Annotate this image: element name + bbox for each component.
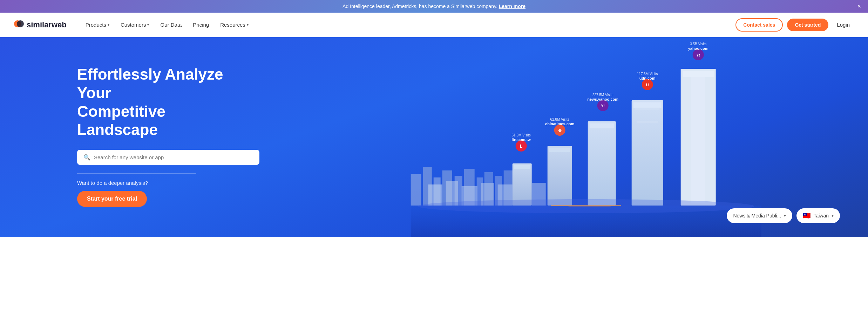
svg-rect-20	[512, 163, 531, 206]
svg-rect-24	[588, 121, 616, 206]
svg-text:L: L	[520, 144, 522, 149]
svg-rect-15	[461, 186, 477, 206]
svg-rect-18	[516, 180, 528, 206]
divider	[77, 173, 196, 174]
svg-rect-27	[633, 102, 661, 108]
svg-text:Y!: Y!	[696, 53, 700, 57]
svg-text:chinatimes.com: chinatimes.com	[545, 122, 574, 126]
login-button[interactable]: Login	[833, 19, 854, 31]
banner-close-button[interactable]: ×	[857, 3, 861, 9]
free-trial-button[interactable]: Start your free trial	[77, 191, 147, 207]
svg-rect-29	[637, 121, 658, 123]
svg-text:⊕: ⊕	[558, 128, 561, 133]
svg-rect-8	[464, 169, 474, 206]
svg-rect-26	[631, 100, 663, 206]
svg-rect-17	[497, 184, 512, 206]
svg-text:3.5B Visits: 3.5B Visits	[690, 42, 706, 46]
chevron-down-icon: ▾	[784, 213, 786, 218]
nav-item-pricing[interactable]: Pricing	[188, 19, 214, 31]
main-nav: similarweb Products ▾ Customers ▾ Our Da…	[0, 13, 868, 37]
svg-rect-4	[423, 167, 432, 206]
svg-text:Y!: Y!	[601, 104, 605, 108]
svg-text:227.5M Visits: 227.5M Visits	[592, 93, 613, 97]
svg-rect-12	[503, 170, 513, 206]
banner-text: Ad Intelligence leader, Admetricks, has …	[343, 4, 497, 9]
svg-rect-7	[454, 176, 462, 206]
svg-rect-23	[549, 148, 570, 152]
nav-item-customers[interactable]: Customers ▾	[116, 19, 154, 31]
svg-text:ltn.com.tw: ltn.com.tw	[511, 137, 531, 142]
search-input[interactable]	[94, 154, 253, 160]
category-dropdown[interactable]: News & Media Publi... ▾	[727, 208, 792, 223]
svg-rect-11	[495, 176, 502, 206]
svg-text:62.8M Visits: 62.8M Visits	[550, 117, 569, 121]
cta-label: Want to do a deeper analysis?	[77, 180, 245, 186]
svg-rect-31	[683, 71, 713, 77]
logo-icon	[14, 19, 24, 31]
svg-point-52	[692, 49, 704, 60]
chevron-down-icon: ▾	[108, 23, 109, 27]
chevron-down-icon: ▾	[147, 23, 149, 27]
svg-rect-30	[680, 69, 716, 206]
search-icon: 🔍	[83, 154, 90, 161]
svg-rect-19	[531, 183, 545, 206]
svg-rect-21	[514, 165, 530, 169]
svg-point-48	[642, 79, 653, 90]
svg-text:news.yahoo.com: news.yahoo.com	[587, 97, 618, 101]
banner-link[interactable]: Learn more	[499, 4, 525, 9]
svg-rect-9	[476, 177, 483, 206]
svg-rect-3	[411, 174, 421, 206]
hero-content: Effortlessly Analyze Your Competitive La…	[0, 58, 245, 207]
nav-links: Products ▾ Customers ▾ Our Data Pricing …	[81, 19, 736, 31]
city-svg: L ltn.com.tw 51.9M Visits ⊕ chinatimes.c…	[304, 37, 868, 237]
city-visualization: L ltn.com.tw 51.9M Visits ⊕ chinatimes.c…	[304, 37, 868, 237]
svg-point-40	[554, 125, 565, 136]
svg-rect-13	[428, 184, 442, 206]
bottom-controls: News & Media Publi... ▾ 🇹🇼 Taiwan ▾	[727, 208, 840, 223]
nav-item-resources[interactable]: Resources ▾	[215, 19, 253, 31]
svg-text:U: U	[646, 83, 649, 87]
nav-item-our-data[interactable]: Our Data	[155, 19, 187, 31]
contact-sales-button[interactable]: Contact sales	[735, 18, 783, 32]
announcement-banner: Ad Intelligence leader, Admetricks, has …	[0, 0, 868, 13]
svg-text:117.6M Visits: 117.6M Visits	[637, 72, 658, 76]
svg-text:yahoo.com: yahoo.com	[688, 46, 708, 51]
region-label: Taiwan	[813, 213, 829, 218]
svg-point-36	[515, 140, 527, 152]
svg-rect-10	[484, 172, 493, 206]
svg-rect-25	[589, 123, 614, 128]
svg-rect-5	[433, 177, 440, 206]
svg-rect-16	[481, 183, 494, 206]
get-started-button[interactable]: Get started	[787, 19, 828, 31]
svg-rect-14	[446, 181, 458, 206]
logo[interactable]: similarweb	[14, 19, 67, 31]
logo-text: similarweb	[27, 20, 67, 29]
svg-point-1	[17, 20, 24, 27]
hero-section: Effortlessly Analyze Your Competitive La…	[0, 37, 868, 237]
search-bar[interactable]: 🔍	[77, 150, 259, 165]
svg-point-33	[418, 199, 754, 213]
svg-rect-22	[547, 146, 572, 206]
hero-title: Effortlessly Analyze Your Competitive La…	[77, 65, 245, 139]
svg-rect-6	[442, 170, 452, 206]
svg-rect-28	[635, 107, 659, 110]
svg-text:51.9M Visits: 51.9M Visits	[511, 133, 530, 137]
svg-rect-2	[411, 206, 761, 237]
region-dropdown[interactable]: 🇹🇼 Taiwan ▾	[796, 208, 840, 223]
category-label: News & Media Publi...	[733, 213, 781, 218]
nav-item-products[interactable]: Products ▾	[81, 19, 114, 31]
svg-rect-32	[691, 77, 705, 203]
chevron-down-icon: ▾	[832, 213, 834, 218]
region-flag-icon: 🇹🇼	[803, 212, 811, 220]
svg-point-44	[597, 100, 608, 111]
nav-actions: Contact sales Get started Login	[735, 18, 854, 32]
chevron-down-icon: ▾	[247, 23, 249, 27]
svg-text:udn.com: udn.com	[639, 76, 655, 80]
